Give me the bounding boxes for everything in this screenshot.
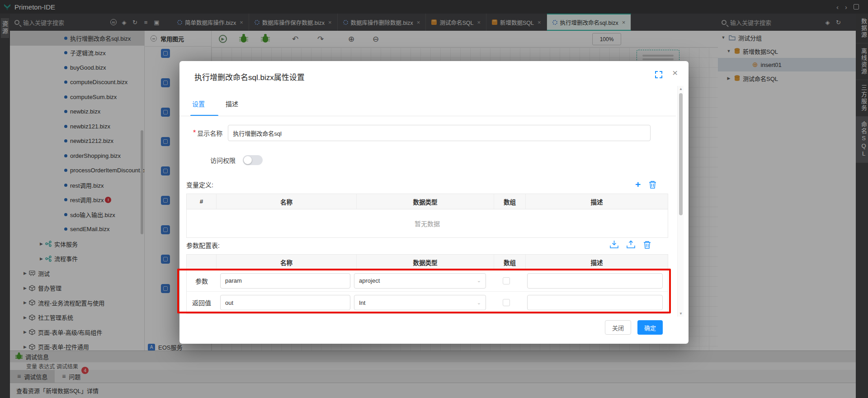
empty-placeholder: 暂无数据 [187,209,668,237]
column-header: 描述 [526,194,668,209]
column-header: 数据类型 [357,194,494,209]
delete-param-icon[interactable] [643,241,651,249]
scrollbar-thumb[interactable] [679,93,683,215]
import-icon[interactable] [610,240,618,249]
dialog-tab[interactable]: 描述 [226,99,238,116]
display-name-label: 显示名称 [197,128,222,137]
add-variable-icon[interactable]: + [635,180,641,189]
delete-variable-icon[interactable] [649,180,656,189]
close-icon[interactable]: × [672,67,678,78]
access-label: 访问权限 [210,156,236,165]
required-marker: * [193,129,196,137]
column-header: 数据类型 [357,255,494,270]
scroll-down-icon[interactable]: ▼ [678,312,684,316]
close-button[interactable]: 关闭 [605,320,631,335]
column-header: 描述 [526,255,668,270]
properties-dialog: 执行增删改命名sql.bizx属性设置 × 设置 描述 * 显示名称 访问权限 … [179,61,689,344]
dialog-title: 执行增删改命名sql.bizx属性设置 [194,71,305,82]
dialog-tab[interactable]: 设置 [192,99,205,116]
param-section-label: 参数配置表: [186,241,220,250]
confirm-button[interactable]: 确定 [637,320,663,335]
column-header: 数组 [494,255,526,270]
fullscreen-icon[interactable] [655,71,662,78]
column-header: # [187,194,217,209]
column-header: 数组 [494,194,526,209]
display-name-input[interactable] [228,125,651,141]
dialog-tabs: 设置 描述 [192,99,238,116]
column-header: 名称 [217,194,357,209]
empty-header-cell [187,255,217,270]
dialog-tab-label: 设置 [192,100,205,108]
variable-table: #名称数据类型数组描述 暂无数据 [186,194,668,238]
export-icon[interactable] [627,240,635,249]
column-header: 名称 [217,255,357,270]
dialog-scrollbar[interactable]: ▲ ▼ [677,86,684,317]
access-toggle[interactable] [243,155,263,165]
scroll-up-icon[interactable]: ▲ [678,87,684,91]
dialog-tab-label: 描述 [226,100,238,108]
variable-section-label: 变量定义: [186,180,213,189]
highlight-annotation [177,269,671,313]
